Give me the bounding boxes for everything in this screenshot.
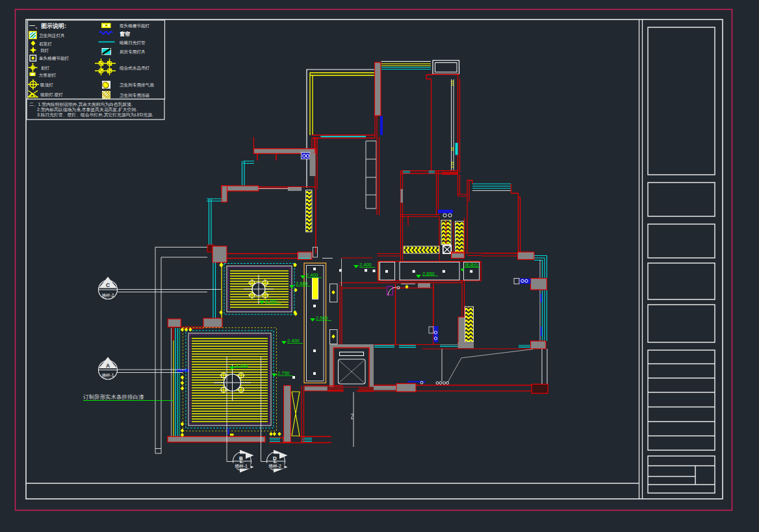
svg-text:窗帘: 窗帘 [120, 31, 130, 37]
svg-text:卫生间泛灯具: 卫生间泛灯具 [38, 33, 65, 38]
svg-text:B: B [239, 455, 243, 461]
svg-text:卫生间专用浴霸: 卫生间专用浴霸 [119, 93, 150, 98]
svg-text:D: D [273, 455, 277, 461]
svg-text:2.650: 2.650 [422, 271, 435, 277]
svg-text:4.350: 4.350 [236, 363, 248, 369]
svg-text:2.400: 2.400 [306, 272, 318, 278]
svg-text:3.除日光灯管、壁灯、组合吊灯外,其它灯光源均为LED光源.: 3.除日光灯管、壁灯、组合吊灯外,其它灯光源均为LED光源. [37, 112, 153, 118]
svg-text:二、1.室内除特别说明外,其余大面积均为白色乳胶漆.: 二、1.室内除特别说明外,其余大面积均为白色乳胶漆. [29, 102, 133, 107]
svg-text:双头格栅节能灯: 双头格栅节能灯 [120, 23, 150, 29]
svg-text:墙样-2: 墙样-2 [268, 464, 281, 469]
svg-text:单头格栅节能灯: 单头格栅节能灯 [39, 56, 70, 61]
svg-text:厨房专用灯具: 厨房专用灯具 [120, 49, 146, 55]
svg-text:4.350: 4.350 [265, 298, 277, 304]
svg-text:射灯: 射灯 [41, 66, 50, 71]
svg-text:镜前灯.壁灯: 镜前灯.壁灯 [40, 92, 63, 97]
svg-text:2.500: 2.500 [316, 315, 328, 321]
svg-text:筒灯: 筒灯 [40, 48, 49, 53]
svg-text:墙样-1: 墙样-1 [234, 464, 248, 469]
svg-text:A: A [106, 362, 110, 369]
svg-text:方形射灯: 方形射灯 [39, 73, 57, 78]
svg-text:墙样-2: 墙样-2 [101, 293, 114, 298]
svg-text:一、图示说明:: 一、图示说明: [29, 23, 66, 29]
svg-text:C: C [106, 282, 110, 288]
svg-text:石英灯: 石英灯 [39, 42, 52, 47]
svg-text:2.400: 2.400 [359, 262, 372, 268]
svg-text:2.室内标高以现场为准,尽量提高天花高度,扩大空间.: 2.室内标高以现场为准,尽量提高天花高度,扩大空间. [37, 107, 137, 112]
svg-text:2.750: 2.750 [277, 370, 290, 376]
svg-text:卫生间专用排气扇: 卫生间专用排气扇 [119, 82, 154, 88]
svg-text:吸顶灯: 吸顶灯 [40, 82, 53, 88]
svg-text:订制异形实木条拼排白漆: 订制异形实木条拼排白漆 [83, 394, 144, 400]
svg-text:现浇位: 现浇位 [465, 262, 478, 268]
svg-text:2.400: 2.400 [287, 338, 300, 344]
svg-text:暗藏日光灯管: 暗藏日光灯管 [120, 40, 146, 45]
svg-text:墙样-1: 墙样-1 [101, 373, 114, 378]
svg-text:组合式水晶吊灯: 组合式水晶吊灯 [120, 66, 150, 71]
svg-text:2.880: 2.880 [296, 281, 308, 286]
